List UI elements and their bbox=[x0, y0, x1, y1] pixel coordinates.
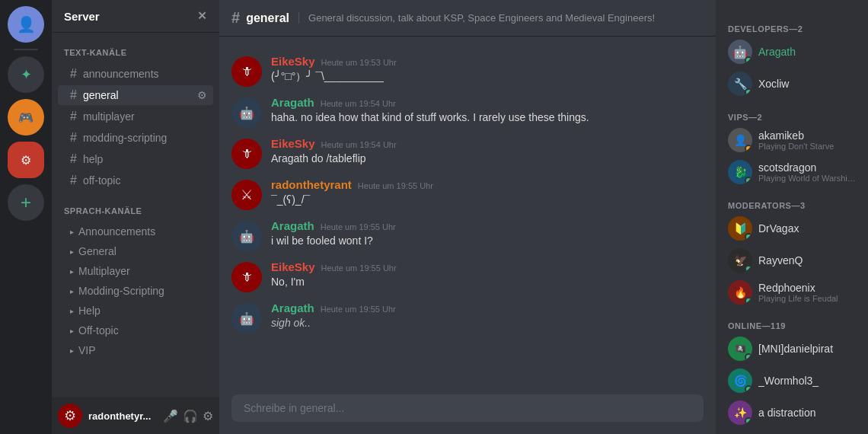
member-name: Xocliw bbox=[758, 78, 856, 90]
chevron-icon: ▸ bbox=[70, 228, 74, 236]
member-rayvenq[interactable]: 🦅 RayvenQ bbox=[722, 245, 862, 276]
server-menu-icon: ✕ bbox=[197, 9, 207, 23]
message: 🗡 EikeSky Heute um 19:55 Uhr No, I'm bbox=[219, 254, 716, 295]
member-name-area: a distraction bbox=[758, 407, 856, 419]
channel-multiplayer[interactable]: # multiplayer bbox=[58, 107, 213, 126]
message-header: radonthetyrant Heute um 19:55 Uhr bbox=[271, 178, 704, 191]
message-input[interactable] bbox=[231, 394, 704, 422]
message-content: radonthetyrant Heute um 19:55 Uhr ¯_(ʕ)_… bbox=[271, 178, 704, 208]
message-header: Aragath Heute um 19:55 Uhr bbox=[271, 219, 704, 232]
member-name: akamikeb bbox=[758, 129, 856, 142]
message-content: EikeSky Heute um 19:54 Uhr Aragath do /t… bbox=[271, 137, 704, 167]
member-danielpirat[interactable]: 🏴‍☠️ [MNI]danielpirat bbox=[722, 333, 862, 364]
member-status: Playing Don't Starve bbox=[758, 142, 856, 151]
message-timestamp: Heute um 19:55 Uhr bbox=[321, 263, 397, 273]
voice-modding-scripting[interactable]: ▸ Modding-Scripting bbox=[58, 282, 213, 300]
member-redphoenix[interactable]: 🔥 Redphoenix Playing Life is Feudal bbox=[722, 277, 862, 308]
server-divider bbox=[14, 49, 38, 50]
message-content: EikeSky Heute um 19:53 Uhr (╯°□°）╯ ¯\___… bbox=[271, 55, 704, 85]
voice-channel-name: Announcements bbox=[78, 225, 155, 238]
server-icon-2[interactable]: 🎮 bbox=[8, 99, 44, 136]
voice-general[interactable]: ▸ General bbox=[58, 242, 213, 260]
member-name-area: RayvenQ bbox=[758, 254, 856, 266]
member-status: Playing World of Warships bbox=[758, 174, 856, 183]
channel-help[interactable]: # help bbox=[58, 149, 213, 169]
channel-general[interactable]: # general ⚙ bbox=[58, 85, 213, 105]
voice-vip[interactable]: ▸ VIP bbox=[58, 341, 213, 359]
messages-area: 🗡 EikeSky Heute um 19:53 Uhr (╯°□°）╯ ¯\_… bbox=[219, 37, 716, 394]
channel-off-topic[interactable]: # off-topic bbox=[58, 171, 213, 190]
message-timestamp: Heute um 19:54 Uhr bbox=[321, 99, 396, 108]
message: ⚔ radonthetyrant Heute um 19:55 Uhr ¯_(ʕ… bbox=[219, 172, 716, 213]
avatar: 🤖 bbox=[728, 40, 752, 64]
channel-settings-icon[interactable]: ⚙ bbox=[197, 89, 207, 101]
member-name-area: akamikeb Playing Don't Starve bbox=[758, 129, 856, 151]
voice-channel-name: Off-topic bbox=[78, 324, 119, 337]
avatar: 🗡 bbox=[231, 139, 262, 169]
voice-announcements[interactable]: ▸ Announcements bbox=[58, 222, 213, 241]
voice-help[interactable]: ▸ Help bbox=[58, 302, 213, 320]
chat-main: # general General discussion, talk about… bbox=[219, 0, 716, 434]
message-timestamp: Heute um 19:53 Uhr bbox=[321, 58, 397, 67]
message-header: Aragath Heute um 19:55 Uhr bbox=[271, 302, 704, 314]
member-drvagax[interactable]: 🔰 DrVagax bbox=[722, 213, 862, 244]
member-wormhol3[interactable]: 🌀 _Wormhol3_ bbox=[722, 365, 862, 396]
member-aragath[interactable]: 🤖 Aragath bbox=[722, 37, 862, 67]
server-title: Server bbox=[64, 10, 100, 23]
hash-icon: # bbox=[70, 152, 77, 166]
server-icon-1[interactable]: ✦ bbox=[8, 56, 44, 93]
status-indicator bbox=[745, 353, 752, 361]
status-indicator bbox=[745, 385, 752, 393]
status-indicator bbox=[745, 145, 752, 152]
member-name-area: scotsdragon Playing World of Warships bbox=[758, 161, 856, 183]
text-channels-header: TEXT-KANÄLE bbox=[52, 36, 219, 63]
message-text: i wil be fooled wont I? bbox=[271, 234, 704, 249]
message-header: EikeSky Heute um 19:53 Uhr bbox=[271, 55, 704, 68]
member-name: scotsdragon bbox=[758, 161, 856, 174]
message-author[interactable]: radonthetyrant bbox=[271, 178, 352, 191]
avatar: 🤖 bbox=[231, 303, 262, 333]
member-xocliw[interactable]: 🔧 Xocliw bbox=[722, 69, 862, 99]
message-content: Aragath Heute um 19:55 Uhr i wil be fool… bbox=[271, 219, 704, 249]
message-author[interactable]: EikeSky bbox=[271, 260, 315, 273]
message-author[interactable]: EikeSky bbox=[271, 137, 315, 150]
voice-multiplayer[interactable]: ▸ Multiplayer bbox=[58, 262, 213, 280]
channel-modding-scripting[interactable]: # modding-scripting bbox=[58, 128, 213, 148]
avatar: 🌀 bbox=[728, 369, 752, 393]
message-text: haha. no idea how that kind of stuff wor… bbox=[271, 110, 704, 126]
voice-off-topic[interactable]: ▸ Off-topic bbox=[58, 321, 213, 340]
user-panel: ⚙ radonthetyr... 🎤 🎧 ⚙ bbox=[52, 397, 219, 434]
member-scotsdragon[interactable]: 🐉 scotsdragon Playing World of Warships bbox=[722, 157, 862, 187]
user-server-icon[interactable]: 👤 bbox=[8, 6, 44, 43]
message-author[interactable]: Aragath bbox=[271, 96, 314, 109]
status-indicator bbox=[745, 56, 752, 64]
channel-sidebar: Server ✕ TEXT-KANÄLE # announcements # g… bbox=[52, 0, 219, 434]
message-author[interactable]: Aragath bbox=[271, 219, 314, 232]
member-name: _Wormhol3_ bbox=[758, 375, 856, 387]
member-akamikeb[interactable]: 👤 akamikeb Playing Don't Starve bbox=[722, 125, 862, 155]
message-author[interactable]: Aragath bbox=[271, 302, 314, 314]
message-timestamp: Heute um 19:55 Uhr bbox=[321, 222, 396, 231]
settings-icon[interactable]: ⚙ bbox=[203, 409, 213, 423]
message: 🤖 Aragath Heute um 19:54 Uhr haha. no id… bbox=[219, 90, 716, 131]
member-name-area: [MNI]danielpirat bbox=[758, 343, 856, 355]
add-server-button[interactable]: + bbox=[8, 184, 44, 221]
deafen-icon[interactable]: 🎧 bbox=[183, 409, 198, 423]
channel-announcements[interactable]: # announcements bbox=[58, 64, 213, 84]
user-controls: 🎤 🎧 ⚙ bbox=[163, 409, 213, 423]
message-author[interactable]: EikeSky bbox=[271, 55, 315, 68]
server-name[interactable]: Server ✕ bbox=[52, 0, 219, 33]
server-icon-3[interactable]: ⚙ bbox=[8, 142, 44, 178]
message-content: Aragath Heute um 19:55 Uhr sigh ok.. bbox=[271, 302, 704, 331]
member-name: [MNI]danielpirat bbox=[758, 343, 856, 355]
member-name: Aragath bbox=[758, 46, 856, 58]
mute-icon[interactable]: 🎤 bbox=[163, 409, 178, 423]
voice-channels-header: SPRACH-KANÄLE bbox=[52, 194, 219, 222]
category-developers: DEVELOPERS—2 bbox=[722, 12, 862, 37]
status-indicator bbox=[745, 233, 752, 241]
member-name-area: DrVagax bbox=[758, 222, 856, 235]
message-header: EikeSky Heute um 19:54 Uhr bbox=[271, 137, 704, 150]
channel-title: general bbox=[246, 11, 289, 25]
message-text: No, I'm bbox=[271, 275, 704, 290]
member-a-distraction[interactable]: ✨ a distraction bbox=[722, 397, 862, 428]
